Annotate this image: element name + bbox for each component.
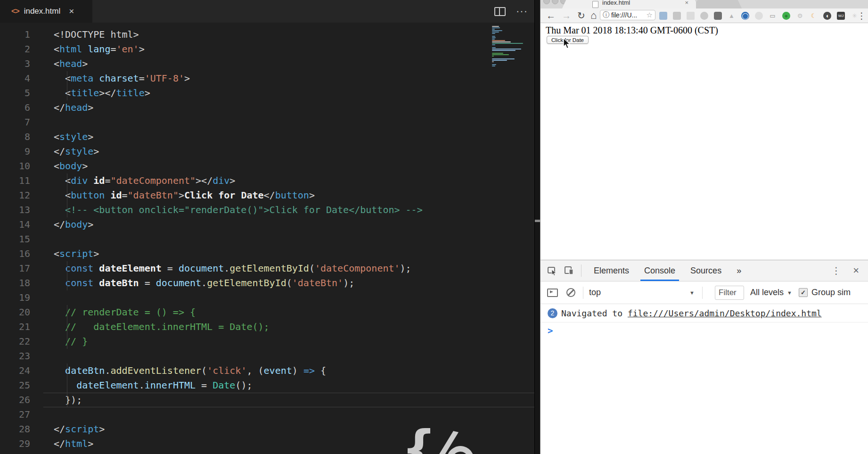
devtools-tab-[interactable]: » [729, 260, 749, 281]
line-number: 14 [0, 217, 30, 232]
group-similar-checkbox[interactable]: ✓ [799, 288, 808, 297]
line-number: 28 [0, 422, 30, 437]
editor-tab-index-html[interactable]: <> index.html × [0, 0, 92, 23]
code-text: <!-- <button onclick="renderDate()">Clic… [54, 204, 423, 215]
code-line[interactable]: 14</body> [0, 217, 534, 232]
traffic-light-close-icon[interactable] [543, 0, 550, 4]
log-levels-select[interactable]: All levels ▼ [750, 288, 792, 297]
code-text: // dateElement.innerHTML = Date(); [54, 321, 270, 332]
code-line[interactable]: 25 dateElement.innerHTML = Date(); [0, 378, 534, 393]
compass-extension-icon[interactable]: ◯ [741, 12, 749, 20]
crescent-extension-icon[interactable]: ☾ [810, 12, 818, 20]
code-line[interactable]: 19 [0, 290, 534, 305]
device-toolbar-icon[interactable] [564, 265, 574, 276]
refresh-icon[interactable]: ↻ [577, 8, 585, 23]
green-dot-extension-icon[interactable]: ● [782, 12, 790, 20]
minimap-row [492, 61, 494, 62]
console-filter-input[interactable]: Filter [715, 286, 744, 300]
code-line[interactable]: 11 <div id="dateComponent"></div> [0, 173, 534, 188]
code-line[interactable]: 5 <title></title> [0, 86, 534, 100]
dark-circle-extension-icon[interactable]: ◖ [823, 12, 831, 20]
indent-guide [67, 334, 67, 349]
code-line[interactable]: 1<!DOCTYPE html> [0, 27, 534, 42]
code-line[interactable]: 8<style> [0, 130, 534, 144]
code-text: // } [54, 336, 88, 347]
editor-actions: ··· [494, 0, 528, 23]
code-line[interactable]: 20 // renderDate = () => { [0, 305, 534, 320]
browser-tab-close-icon[interactable]: × [685, 0, 688, 6]
code-line[interactable]: 12 <button id="dateBtn">Click for Date</… [0, 188, 534, 203]
swirl-extension-icon[interactable] [700, 12, 708, 20]
screenshot-extension-icon[interactable] [659, 12, 667, 20]
split-editor-icon[interactable] [494, 7, 506, 16]
code-line[interactable]: 26 }); [0, 393, 534, 407]
indent-guide [67, 203, 67, 217]
code-line[interactable]: 9</style> [0, 144, 534, 159]
minimap[interactable] [492, 26, 526, 67]
devtools-tab-console[interactable]: Console [637, 260, 683, 281]
code-line[interactable]: 21 // dateElement.innerHTML = Date(); [0, 320, 534, 334]
console-prompt[interactable]: > [540, 322, 868, 338]
chevron-down-icon: ▼ [689, 290, 695, 296]
code-area[interactable]: 1<!DOCTYPE html>2<html lang='en'>3<head>… [0, 23, 534, 454]
forward-icon[interactable]: → [562, 8, 571, 23]
mouse-cursor [563, 38, 571, 49]
code-line[interactable]: 17 const dateElement = document.getEleme… [0, 261, 534, 276]
devtools-tab-elements[interactable]: Elements [586, 260, 637, 281]
context-value: top [589, 288, 601, 297]
traffic-light-minimize-icon[interactable] [552, 0, 558, 4]
code-line[interactable]: 4 <meta charset='UTF-8'> [0, 71, 534, 86]
devtools-tab-sources[interactable]: Sources [683, 260, 729, 281]
faint-extension-icon[interactable] [755, 12, 763, 20]
code-line[interactable]: 13 <!-- <button onclick="renderDate()">C… [0, 203, 534, 217]
minimap-row [492, 39, 495, 40]
code-line[interactable]: 7 [0, 115, 534, 130]
address-bar[interactable]: ⓘ file:///U... ☆ [600, 10, 655, 20]
devtools-close-icon[interactable]: × [853, 264, 859, 277]
browser-tab-index-html[interactable]: index.html × [568, 0, 693, 8]
browser-menu-icon[interactable]: ⋮ [857, 8, 866, 23]
code-text: <meta charset='UTF-8'> [54, 73, 190, 84]
code-line[interactable]: 24 dateBtn.addEventListener('click', (ev… [0, 363, 534, 378]
code-line[interactable]: 18 const dateBtn = document.getElementBy… [0, 276, 534, 290]
inspect-element-icon[interactable] [547, 265, 557, 276]
dark-square-extension-icon[interactable] [714, 12, 722, 20]
toolbar-separator [702, 287, 703, 299]
prompt-chevron-icon: > [548, 325, 553, 336]
code-line[interactable]: 22 // } [0, 334, 534, 349]
page-info-icon[interactable]: ⓘ [603, 11, 609, 19]
line-number: 12 [0, 188, 30, 203]
gear-extension-icon[interactable]: ⚙ [796, 12, 804, 20]
indent-guide [67, 276, 67, 290]
code-editor: <> index.html × ··· 1<!DOCTYPE html>2<ht… [0, 0, 534, 454]
code-line[interactable]: 10<body> [0, 159, 534, 173]
code-line[interactable]: 16<script> [0, 247, 534, 261]
console-file-link[interactable]: file:///Users/admin/Desktop/index.html [628, 308, 822, 318]
page-favicon [592, 1, 598, 8]
code-text: // renderDate = () => { [54, 306, 196, 318]
cast-extension-icon[interactable]: ▭ [769, 12, 777, 20]
new-tab-stub[interactable] [696, 0, 737, 8]
code-line[interactable]: 2<html lang='en'> [0, 42, 534, 57]
list-extension-icon[interactable] [687, 12, 695, 20]
more-actions-icon[interactable]: ··· [516, 9, 528, 14]
console-sidebar-icon[interactable] [547, 289, 558, 297]
code-line[interactable]: 3<head> [0, 57, 534, 71]
bookmark-star-icon[interactable]: ☆ [647, 11, 653, 19]
tab-close-icon[interactable]: × [69, 6, 74, 17]
drive-extension-icon[interactable]: ▲ [728, 12, 736, 20]
devtools-tabs: ElementsConsoleSources» [586, 260, 749, 281]
clear-console-icon[interactable] [566, 288, 575, 297]
execution-context-select[interactable]: top ▼ [589, 288, 695, 297]
back-icon[interactable]: ← [546, 8, 556, 23]
code-line[interactable]: 6</head> [0, 100, 534, 115]
code-text: </html> [54, 438, 93, 449]
devtools-menu-icon[interactable]: ⋮ [831, 265, 841, 276]
code-line[interactable]: 15 [0, 232, 534, 247]
notes-extension-icon[interactable] [673, 12, 681, 20]
wj-extension-icon[interactable]: WJ [837, 12, 845, 20]
home-icon[interactable]: ⌂ [590, 8, 597, 23]
browser-toolbar: ← → ↻ ⌂ ⓘ file:///U... ☆ ▲◯▭●⚙☾◖WJ✳ ⋮ [540, 8, 868, 23]
code-text: </script> [54, 423, 105, 435]
code-line[interactable]: 23 [0, 349, 534, 363]
